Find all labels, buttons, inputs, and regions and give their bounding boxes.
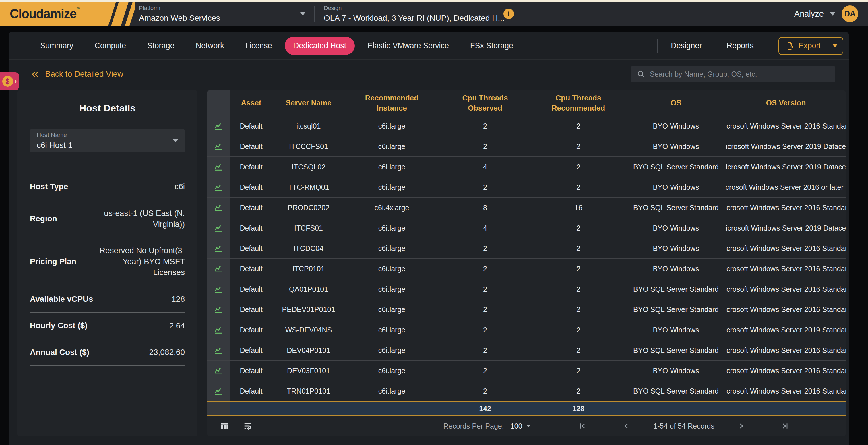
tab-dedicated-host[interactable]: Dedicated Host [285, 37, 355, 55]
columns-icon[interactable] [220, 421, 229, 431]
nav-row: SummaryComputeStorageNetworkLicenseDedic… [9, 32, 849, 60]
cell-recommended-instance: c6i.large [344, 238, 439, 258]
avatar[interactable]: DA [842, 5, 858, 22]
line-chart-icon[interactable] [207, 299, 229, 320]
line-chart-icon[interactable] [207, 218, 229, 238]
line-chart-icon[interactable] [207, 177, 229, 197]
info-icon[interactable]: i [503, 9, 514, 19]
designer-link[interactable]: Designer [671, 41, 702, 50]
tab-storage[interactable]: Storage [138, 37, 183, 55]
export-button[interactable]: Export [778, 37, 843, 55]
platform-value: Amazon Web Services [139, 13, 220, 23]
column-header-asset[interactable]: Asset [229, 90, 273, 116]
line-chart-icon[interactable] [207, 340, 229, 360]
line-chart-icon[interactable] [207, 116, 229, 136]
totals-os [626, 402, 726, 415]
column-header-server-name[interactable]: Server Name [273, 90, 344, 116]
tab-summary[interactable]: Summary [32, 37, 82, 55]
design-value: OLA 7 - Workload, 3 Year RI (NUP), Dedic… [324, 13, 505, 23]
cell-asset: Default [229, 279, 273, 299]
totals-os-version [726, 402, 846, 415]
cell-os: BYO Windows [626, 238, 726, 258]
search-input[interactable] [650, 70, 830, 78]
cell-server-name: QA01P0101 [273, 279, 344, 299]
cell-os-version: Microsoft Windows Server 2016 or later (… [726, 177, 846, 197]
tab-fsx-storage[interactable]: FSx Storage [462, 37, 522, 55]
table-row: Default itcsql01 c6i.large 2 2 BYO Windo… [207, 116, 846, 136]
tab-compute[interactable]: Compute [86, 37, 135, 55]
cloudamize-logo: Cloudamize™ [0, 2, 135, 26]
design-dropdown[interactable]: Design OLA 7 - Workload, 3 Year RI (NUP)… [324, 5, 496, 23]
cell-server-name: PEDEV01P0101 [273, 299, 344, 320]
totals-cpu-recommended: 128 [531, 402, 626, 415]
cell-cpu-threads-observed: 2 [439, 361, 531, 381]
chevron-down-icon[interactable] [526, 425, 531, 427]
first-page-icon[interactable] [561, 422, 604, 430]
savings-panel-toggle[interactable]: $ › [0, 72, 19, 90]
line-chart-icon[interactable] [207, 381, 229, 401]
analyze-menu[interactable]: Analyze [794, 9, 824, 19]
cell-cpu-threads-recommended: 2 [531, 340, 626, 360]
table-row: Default PRODC0202 c6i.4xlarge 8 16 BYO S… [207, 197, 846, 218]
back-to-detailed-view-link[interactable]: « Back to Detailed View [32, 68, 123, 80]
totals-cpu-observed: 142 [439, 402, 531, 415]
cell-cpu-threads-recommended: 2 [531, 361, 626, 381]
line-chart-icon[interactable] [207, 198, 229, 218]
column-header-cpu-threads-observed[interactable]: Cpu Threads Observed [439, 90, 531, 116]
cell-cpu-threads-recommended: 2 [531, 157, 626, 177]
totals-instance [344, 402, 439, 415]
host-name-select[interactable]: Host Name c6i Host 1 [30, 129, 185, 152]
tab-network[interactable]: Network [187, 37, 233, 55]
cell-asset: Default [229, 198, 273, 218]
records-per-page-value[interactable]: 100 [510, 422, 522, 431]
column-header-os-version[interactable]: OS Version [726, 90, 846, 116]
line-chart-icon[interactable] [207, 137, 229, 156]
header-divider [314, 6, 315, 22]
records-per-page-label: Records Per Page: [443, 422, 504, 431]
column-header-cpu-threads-recommended[interactable]: Cpu Threads Recommended [531, 90, 626, 116]
line-chart-icon[interactable] [207, 279, 229, 299]
cell-asset: Default [229, 116, 273, 136]
export-dropdown-toggle[interactable] [827, 44, 843, 48]
reports-link[interactable]: Reports [726, 41, 754, 50]
line-chart-icon[interactable] [207, 361, 229, 381]
tab-license[interactable]: License [237, 37, 281, 55]
last-page-icon[interactable] [763, 422, 807, 430]
column-header-os[interactable]: OS [626, 90, 726, 116]
cell-asset: Default [229, 361, 273, 381]
previous-page-icon[interactable] [604, 422, 648, 430]
cell-cpu-threads-recommended: 2 [531, 279, 626, 299]
nav-divider [657, 39, 658, 53]
cell-asset: Default [229, 320, 273, 340]
cell-cpu-threads-recommended: 2 [531, 238, 626, 258]
cell-os-version: Microsoft Windows Server 2019 Datace... [726, 157, 846, 177]
cell-cpu-threads-recommended: 2 [531, 218, 626, 238]
cell-cpu-threads-observed: 4 [439, 157, 531, 177]
search-icon [637, 70, 645, 78]
cell-cpu-threads-observed: 2 [439, 340, 531, 360]
cell-os-version: Microsoft Windows Server 2019 Datace... [726, 137, 846, 156]
logo-text: Cloudamize™ [10, 7, 80, 21]
cell-os: BYO SQL Server Standard [626, 157, 726, 177]
nav-tabs: SummaryComputeStorageNetworkLicenseDedic… [32, 37, 522, 55]
column-header-recommended-instance[interactable]: Recommended Instance [344, 90, 439, 116]
line-chart-icon[interactable] [207, 157, 229, 177]
toolbar-row: « Back to Detailed View [9, 60, 849, 88]
line-chart-icon[interactable] [207, 320, 229, 340]
cell-recommended-instance: c6i.large [344, 259, 439, 279]
line-chart-icon[interactable] [207, 259, 229, 279]
cell-recommended-instance: c6i.large [344, 381, 439, 401]
cell-cpu-threads-recommended: 2 [531, 137, 626, 156]
cell-server-name: TTC-RMQ01 [273, 177, 344, 197]
platform-dropdown[interactable]: Platform Amazon Web Services [139, 5, 314, 23]
wrap-text-icon[interactable] [243, 421, 253, 431]
cell-os: BYO Windows [626, 218, 726, 238]
cell-server-name: DEV04P0101 [273, 340, 344, 360]
tab-elastic-vmware-service[interactable]: Elastic VMware Service [359, 37, 458, 55]
cell-cpu-threads-recommended: 2 [531, 177, 626, 197]
next-page-icon[interactable] [720, 422, 763, 430]
line-chart-icon[interactable] [207, 238, 229, 258]
cell-asset: Default [229, 340, 273, 360]
host-field-label: Hourly Cost ($) [30, 321, 88, 330]
chevron-down-icon[interactable] [830, 12, 835, 16]
